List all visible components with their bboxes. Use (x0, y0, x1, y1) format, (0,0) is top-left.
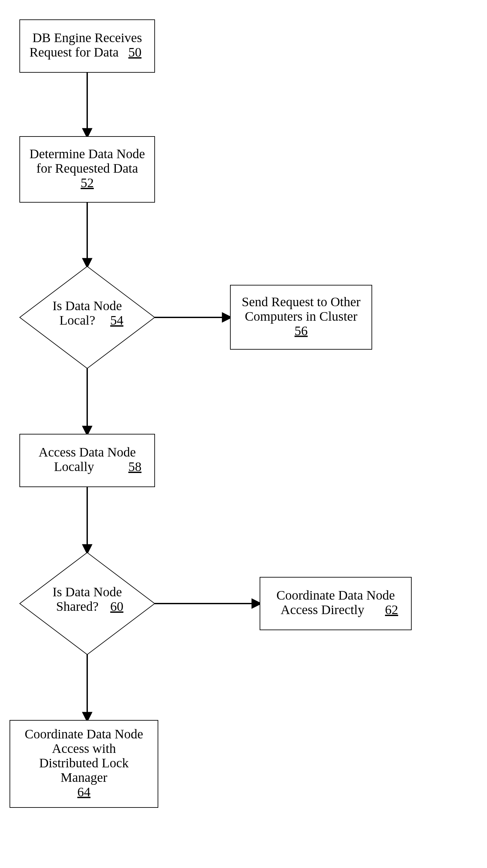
flow-node-62: Coordinate Data NodeAccess Directly62 (260, 577, 411, 630)
flow-node-ref: 62 (385, 602, 398, 617)
flow-node-50: DB Engine ReceivesRequest for Data50 (20, 20, 155, 72)
flow-node-text: Coordinate Data Node (25, 726, 143, 741)
flow-node-text: Locally (54, 459, 94, 474)
flow-node-ref: 58 (128, 459, 142, 474)
flow-node-text: Distributed Lock (39, 755, 129, 770)
flow-node-text: Is Data Node (52, 585, 122, 599)
flow-node-ref: 50 (128, 45, 142, 60)
flow-node-56: Send Request to OtherComputers in Cluste… (230, 285, 372, 349)
flow-node-text: DB Engine Receives (32, 30, 142, 45)
flow-node-text: Access with (52, 741, 116, 756)
flow-node-58: Access Data NodeLocally58 (20, 434, 155, 487)
flowchart-canvas: DB Engine ReceivesRequest for Data50Dete… (0, 0, 487, 868)
flow-node-text: Is Data Node (52, 298, 122, 313)
flow-node-text: Local? (60, 313, 95, 328)
flow-node-text: for Requested Data (36, 161, 138, 176)
flow-node-ref: 54 (110, 313, 123, 328)
flow-node-text: Access Directly (281, 602, 364, 617)
flow-node-text: Shared? (56, 599, 99, 614)
flow-node-text: Manager (61, 770, 107, 785)
flow-node-text: Access Data Node (38, 445, 135, 460)
flow-node-ref: 64 (77, 784, 90, 799)
flow-node-52: Determine Data Nodefor Requested Data52 (20, 136, 155, 202)
flow-node-60: Is Data NodeShared?60 (20, 553, 155, 654)
flow-node-text: Determine Data Node (30, 146, 145, 161)
flow-node-64: Coordinate Data NodeAccess withDistribut… (10, 720, 158, 807)
flow-node-ref: 60 (110, 599, 123, 614)
flow-node-ref: 52 (81, 175, 94, 190)
flow-node-text: Coordinate Data Node (276, 588, 395, 602)
flow-node-text: Request for Data (29, 45, 118, 60)
flow-node-text: Send Request to Other (242, 294, 360, 309)
flow-node-54: Is Data NodeLocal?54 (20, 267, 155, 368)
flow-node-ref: 56 (295, 323, 308, 338)
flow-node-text: Computers in Cluster (245, 309, 357, 324)
